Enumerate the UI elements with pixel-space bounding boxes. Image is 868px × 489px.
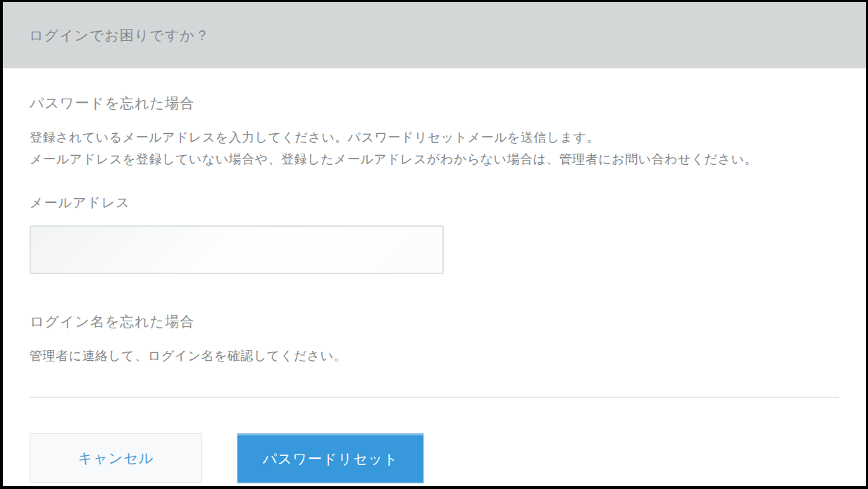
forgot-password-description: 登録されているメールアドレスを入力してください。パスワードリセットメールを送信し… xyxy=(30,127,839,171)
email-input[interactable] xyxy=(30,225,444,274)
forgot-login-name-heading: ログイン名を忘れた場合 xyxy=(30,274,839,331)
password-reset-button[interactable]: パスワードリセット xyxy=(237,433,423,483)
login-help-dialog: ログインでお困りですか？ パスワードを忘れた場合 登録されているメールアドレスを… xyxy=(0,0,868,489)
dialog-header: ログインでお困りですか？ xyxy=(3,2,866,68)
dialog-title: ログインでお困りですか？ xyxy=(29,26,210,45)
forgot-password-line1: 登録されているメールアドレスを入力してください。パスワードリセットメールを送信し… xyxy=(30,130,600,144)
forgot-password-line2: メールアドレスを登録していない場合や、登録したメールアドレスがわからない場合は、… xyxy=(30,152,757,166)
forgot-password-heading: パスワードを忘れた場合 xyxy=(30,68,839,113)
cancel-button[interactable]: キャンセル xyxy=(30,433,202,483)
dialog-footer: キャンセル パスワードリセット xyxy=(3,398,866,483)
forgot-login-name-description: 管理者に連絡して、ログイン名を確認してください。 xyxy=(30,345,839,367)
email-label: メールアドレス xyxy=(30,194,839,212)
dialog-body: パスワードを忘れた場合 登録されているメールアドレスを入力してください。パスワー… xyxy=(3,68,866,398)
